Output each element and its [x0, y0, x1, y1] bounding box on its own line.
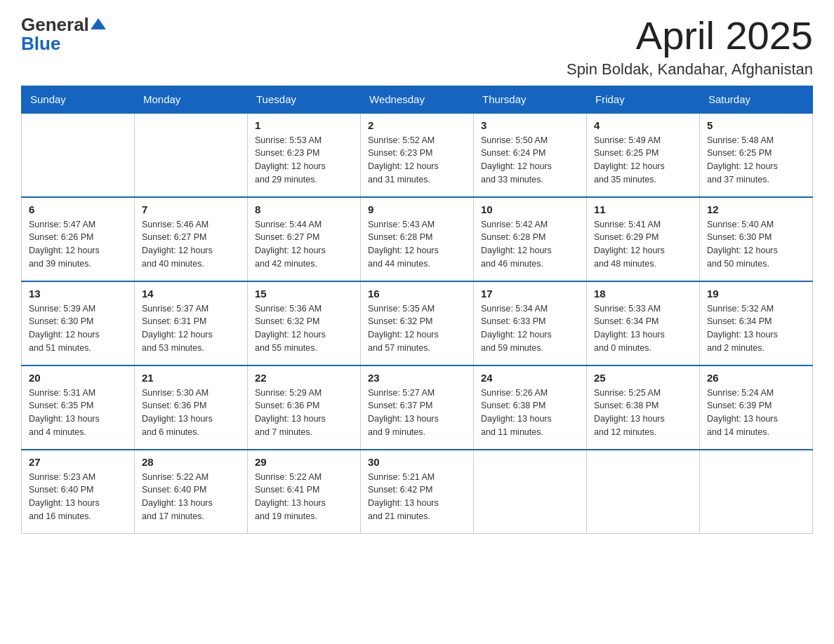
calendar-header: SundayMondayTuesdayWednesdayThursdayFrid… — [22, 86, 813, 113]
day-number: 29 — [255, 456, 353, 468]
calendar-week-row: 13Sunrise: 5:39 AM Sunset: 6:30 PM Dayli… — [22, 281, 813, 365]
day-number: 16 — [368, 288, 466, 300]
day-number: 23 — [368, 372, 466, 384]
day-number: 6 — [29, 203, 127, 215]
day-info: Sunrise: 5:44 AM Sunset: 6:27 PM Dayligh… — [255, 218, 353, 271]
calendar-cell: 26Sunrise: 5:24 AM Sunset: 6:39 PM Dayli… — [700, 365, 813, 450]
calendar-day-header: Thursday — [474, 86, 587, 113]
day-info: Sunrise: 5:29 AM Sunset: 6:36 PM Dayligh… — [255, 387, 353, 439]
day-info: Sunrise: 5:34 AM Sunset: 6:33 PM Dayligh… — [481, 302, 579, 355]
calendar-cell: 3Sunrise: 5:50 AM Sunset: 6:24 PM Daylig… — [474, 113, 587, 197]
calendar-cell: 29Sunrise: 5:22 AM Sunset: 6:41 PM Dayli… — [248, 450, 361, 534]
logo-triangle-icon — [91, 16, 106, 32]
page-title: April 2025 — [567, 14, 813, 58]
calendar-cell: 30Sunrise: 5:21 AM Sunset: 6:42 PM Dayli… — [361, 450, 474, 534]
day-info: Sunrise: 5:31 AM Sunset: 6:35 PM Dayligh… — [29, 387, 127, 439]
calendar-cell: 21Sunrise: 5:30 AM Sunset: 6:36 PM Dayli… — [135, 365, 248, 450]
day-info: Sunrise: 5:43 AM Sunset: 6:28 PM Dayligh… — [368, 218, 466, 271]
calendar-table: SundayMondayTuesdayWednesdayThursdayFrid… — [21, 86, 813, 535]
calendar-cell: 22Sunrise: 5:29 AM Sunset: 6:36 PM Dayli… — [248, 365, 361, 450]
day-info: Sunrise: 5:35 AM Sunset: 6:32 PM Dayligh… — [368, 302, 466, 355]
calendar-day-header: Wednesday — [361, 86, 474, 113]
day-number: 13 — [29, 288, 127, 300]
day-number: 4 — [594, 119, 692, 131]
calendar-cell: 1Sunrise: 5:53 AM Sunset: 6:23 PM Daylig… — [248, 113, 361, 197]
calendar-cell: 2Sunrise: 5:52 AM Sunset: 6:23 PM Daylig… — [361, 113, 474, 197]
logo-blue-text: Blue — [21, 33, 60, 55]
calendar-cell: 27Sunrise: 5:23 AM Sunset: 6:40 PM Dayli… — [22, 450, 135, 534]
calendar-cell: 4Sunrise: 5:49 AM Sunset: 6:25 PM Daylig… — [587, 113, 700, 197]
day-number: 5 — [707, 119, 805, 131]
day-info: Sunrise: 5:42 AM Sunset: 6:28 PM Dayligh… — [481, 218, 579, 271]
calendar-cell — [22, 113, 135, 197]
day-info: Sunrise: 5:50 AM Sunset: 6:24 PM Dayligh… — [481, 134, 579, 187]
day-number: 2 — [368, 119, 466, 131]
calendar-cell — [587, 450, 700, 534]
day-number: 12 — [707, 203, 805, 215]
day-info: Sunrise: 5:36 AM Sunset: 6:32 PM Dayligh… — [255, 302, 353, 355]
day-number: 17 — [481, 288, 579, 300]
calendar-cell — [135, 113, 248, 197]
calendar-day-header: Monday — [135, 86, 248, 113]
calendar-body: 1Sunrise: 5:53 AM Sunset: 6:23 PM Daylig… — [22, 113, 813, 534]
day-number: 11 — [594, 203, 692, 215]
calendar-cell: 15Sunrise: 5:36 AM Sunset: 6:32 PM Dayli… — [248, 281, 361, 365]
calendar-cell: 12Sunrise: 5:40 AM Sunset: 6:30 PM Dayli… — [700, 197, 813, 281]
day-info: Sunrise: 5:26 AM Sunset: 6:38 PM Dayligh… — [481, 387, 579, 439]
day-number: 15 — [255, 288, 353, 300]
calendar-cell: 17Sunrise: 5:34 AM Sunset: 6:33 PM Dayli… — [474, 281, 587, 365]
day-info: Sunrise: 5:49 AM Sunset: 6:25 PM Dayligh… — [594, 134, 692, 187]
day-number: 3 — [481, 119, 579, 131]
calendar-cell: 7Sunrise: 5:46 AM Sunset: 6:27 PM Daylig… — [135, 197, 248, 281]
day-number: 22 — [255, 372, 353, 384]
calendar-week-row: 20Sunrise: 5:31 AM Sunset: 6:35 PM Dayli… — [22, 365, 813, 450]
calendar-cell: 23Sunrise: 5:27 AM Sunset: 6:37 PM Dayli… — [361, 365, 474, 450]
calendar-cell: 19Sunrise: 5:32 AM Sunset: 6:34 PM Dayli… — [700, 281, 813, 365]
calendar-cell: 18Sunrise: 5:33 AM Sunset: 6:34 PM Dayli… — [587, 281, 700, 365]
day-number: 24 — [481, 372, 579, 384]
day-info: Sunrise: 5:41 AM Sunset: 6:29 PM Dayligh… — [594, 218, 692, 271]
day-info: Sunrise: 5:37 AM Sunset: 6:31 PM Dayligh… — [142, 302, 240, 355]
calendar-cell: 9Sunrise: 5:43 AM Sunset: 6:28 PM Daylig… — [361, 197, 474, 281]
calendar-cell: 24Sunrise: 5:26 AM Sunset: 6:38 PM Dayli… — [474, 365, 587, 450]
day-info: Sunrise: 5:47 AM Sunset: 6:26 PM Dayligh… — [29, 218, 127, 271]
calendar-cell: 8Sunrise: 5:44 AM Sunset: 6:27 PM Daylig… — [248, 197, 361, 281]
calendar-day-header: Sunday — [22, 86, 135, 113]
calendar-header-row: SundayMondayTuesdayWednesdayThursdayFrid… — [22, 86, 813, 113]
day-number: 10 — [481, 203, 579, 215]
day-info: Sunrise: 5:32 AM Sunset: 6:34 PM Dayligh… — [707, 302, 805, 355]
page-header: General Blue April 2025 Spin Boldak, Kan… — [21, 14, 813, 79]
calendar-cell: 20Sunrise: 5:31 AM Sunset: 6:35 PM Dayli… — [22, 365, 135, 450]
calendar-cell: 10Sunrise: 5:42 AM Sunset: 6:28 PM Dayli… — [474, 197, 587, 281]
day-info: Sunrise: 5:52 AM Sunset: 6:23 PM Dayligh… — [368, 134, 466, 187]
day-number: 21 — [142, 372, 240, 384]
day-info: Sunrise: 5:53 AM Sunset: 6:23 PM Dayligh… — [255, 134, 353, 187]
day-number: 26 — [707, 372, 805, 384]
page-subtitle: Spin Boldak, Kandahar, Afghanistan — [567, 60, 813, 79]
day-info: Sunrise: 5:48 AM Sunset: 6:25 PM Dayligh… — [707, 134, 805, 187]
day-info: Sunrise: 5:30 AM Sunset: 6:36 PM Dayligh… — [142, 387, 240, 439]
calendar-day-header: Friday — [587, 86, 700, 113]
day-info: Sunrise: 5:40 AM Sunset: 6:30 PM Dayligh… — [707, 218, 805, 271]
calendar-week-row: 1Sunrise: 5:53 AM Sunset: 6:23 PM Daylig… — [22, 113, 813, 197]
logo: General Blue — [21, 14, 106, 55]
day-info: Sunrise: 5:39 AM Sunset: 6:30 PM Dayligh… — [29, 302, 127, 355]
calendar-cell: 16Sunrise: 5:35 AM Sunset: 6:32 PM Dayli… — [361, 281, 474, 365]
day-info: Sunrise: 5:23 AM Sunset: 6:40 PM Dayligh… — [29, 471, 127, 523]
calendar-cell: 13Sunrise: 5:39 AM Sunset: 6:30 PM Dayli… — [22, 281, 135, 365]
day-number: 28 — [142, 456, 240, 468]
calendar-day-header: Saturday — [700, 86, 813, 113]
calendar-cell: 6Sunrise: 5:47 AM Sunset: 6:26 PM Daylig… — [22, 197, 135, 281]
day-info: Sunrise: 5:21 AM Sunset: 6:42 PM Dayligh… — [368, 471, 466, 523]
calendar-cell: 14Sunrise: 5:37 AM Sunset: 6:31 PM Dayli… — [135, 281, 248, 365]
svg-marker-0 — [91, 18, 106, 29]
day-number: 19 — [707, 288, 805, 300]
day-info: Sunrise: 5:22 AM Sunset: 6:40 PM Dayligh… — [142, 471, 240, 523]
day-info: Sunrise: 5:46 AM Sunset: 6:27 PM Dayligh… — [142, 218, 240, 271]
day-number: 1 — [255, 119, 353, 131]
day-info: Sunrise: 5:25 AM Sunset: 6:38 PM Dayligh… — [594, 387, 692, 439]
day-info: Sunrise: 5:27 AM Sunset: 6:37 PM Dayligh… — [368, 387, 466, 439]
day-info: Sunrise: 5:33 AM Sunset: 6:34 PM Dayligh… — [594, 302, 692, 355]
calendar-cell: 11Sunrise: 5:41 AM Sunset: 6:29 PM Dayli… — [587, 197, 700, 281]
day-number: 27 — [29, 456, 127, 468]
